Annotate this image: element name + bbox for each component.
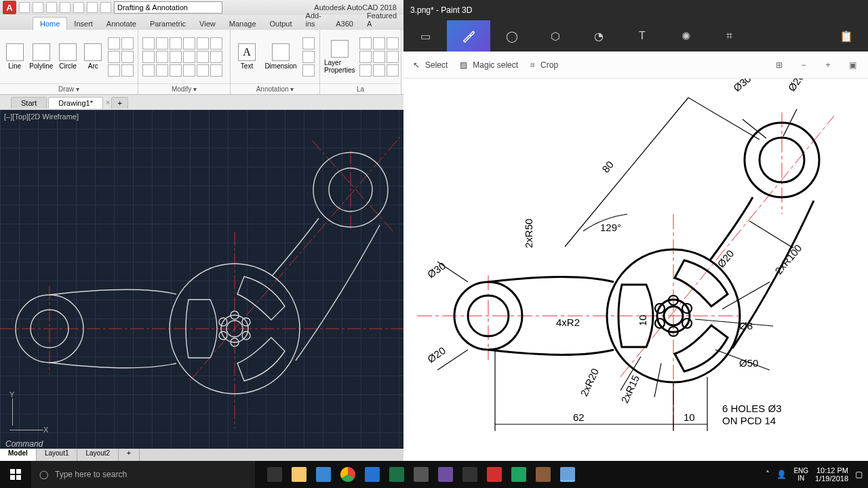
ribbon-tab-view[interactable]: View	[193, 18, 222, 30]
tab-close-icon[interactable]: ×	[106, 98, 110, 106]
photos-icon[interactable]	[458, 463, 481, 486]
draw-tool-icon[interactable]	[121, 37, 134, 49]
layer-tool-icon[interactable]	[373, 51, 385, 63]
annot-tool-icon[interactable]	[302, 37, 315, 49]
ribbon-tab-output[interactable]: Output	[263, 18, 299, 30]
dimension-button[interactable]: Dimension	[263, 43, 298, 70]
stretch-icon[interactable]	[170, 51, 182, 63]
ribbon-tab-addins[interactable]: Add-ins	[299, 9, 330, 30]
view3d-icon[interactable]: ▣	[846, 59, 859, 71]
layer-tool-icon[interactable]	[387, 51, 399, 63]
fillet-icon[interactable]	[142, 51, 155, 63]
copy-icon[interactable]	[197, 37, 209, 49]
explode-icon[interactable]	[156, 51, 168, 63]
annot-tool-icon[interactable]	[302, 64, 315, 77]
tab-start[interactable]: Start	[11, 97, 47, 108]
annot-tool-icon[interactable]	[302, 51, 315, 63]
tray-chevron-icon[interactable]: ˄	[766, 470, 770, 479]
app-icon[interactable]	[532, 463, 555, 486]
ribbon-tab-parametric[interactable]: Parametric	[143, 18, 193, 30]
layout-1[interactable]: Layout1	[37, 449, 78, 461]
layer-tool-icon[interactable]	[387, 64, 399, 77]
maps-icon[interactable]	[507, 463, 530, 486]
qat-undo-icon[interactable]	[87, 2, 98, 13]
draw-tool-icon[interactable]	[121, 64, 134, 77]
layer-tool-icon[interactable]	[359, 64, 372, 77]
start-button[interactable]	[0, 461, 31, 488]
scale-icon[interactable]	[183, 51, 195, 63]
tool-paste-icon[interactable]: 📋	[825, 20, 868, 52]
draw-tool-icon[interactable]	[108, 51, 120, 63]
edge-icon[interactable]	[361, 463, 384, 486]
excel-icon[interactable]	[385, 463, 408, 486]
tab-drawing1[interactable]: Drawing1*	[48, 97, 103, 108]
circle-button[interactable]: Circle	[57, 43, 78, 70]
notifications-icon[interactable]: ▢	[855, 470, 863, 479]
tool-brushes-icon[interactable]	[447, 20, 490, 52]
app-icon[interactable]	[434, 463, 457, 486]
qat-saveas-icon[interactable]	[60, 2, 71, 13]
modify-tool-icon[interactable]	[156, 64, 168, 77]
qat-plot-icon[interactable]	[73, 2, 84, 13]
draw-tool-icon[interactable]	[108, 64, 120, 77]
tool-text-icon[interactable]: T	[620, 20, 664, 52]
qat-redo-icon[interactable]	[100, 2, 111, 13]
modify-tool-icon[interactable]	[210, 64, 222, 77]
layout-model[interactable]: Model	[0, 449, 37, 461]
tab-new[interactable]: +	[111, 97, 127, 108]
layout-add[interactable]: +	[119, 449, 140, 461]
trim-icon[interactable]	[170, 37, 182, 49]
tool-stickers-icon[interactable]: ◔	[577, 20, 620, 52]
chrome-icon[interactable]	[336, 463, 359, 486]
layer-tool-icon[interactable]	[373, 64, 385, 77]
ribbon-tab-insert[interactable]: Insert	[67, 18, 100, 30]
tool-effects-icon[interactable]: ✺	[664, 20, 707, 52]
offset-icon[interactable]	[210, 51, 222, 63]
qat-new-icon[interactable]	[19, 2, 30, 13]
modify-tool-icon[interactable]	[197, 64, 209, 77]
tray-people-icon[interactable]: 👤	[776, 470, 787, 479]
modify-tool-icon[interactable]	[170, 64, 182, 77]
workspace-dropdown[interactable]: Drafting & Annotation	[114, 1, 222, 14]
grid-view-icon[interactable]: ⊞	[773, 59, 785, 71]
magic-select-button[interactable]: ▨Magic select	[460, 60, 518, 70]
select-button[interactable]: ↖Select	[413, 60, 448, 70]
paint3d-taskbar-icon[interactable]	[556, 463, 579, 486]
draw-tool-icon[interactable]	[108, 37, 120, 49]
ribbon-tab-a360[interactable]: A360	[329, 18, 360, 30]
text-button[interactable]: AText	[235, 43, 259, 70]
ribbon-tab-home[interactable]: Home	[33, 17, 67, 30]
layer-tool-icon[interactable]	[359, 37, 372, 49]
ribbon-tab-annotate[interactable]: Annotate	[100, 18, 143, 30]
model-viewport[interactable]: [–][Top][2D Wireframe]	[0, 110, 403, 461]
layer-tool-icon[interactable]	[387, 37, 399, 49]
layer-tool-icon[interactable]	[373, 37, 385, 49]
mirror-icon[interactable]	[210, 37, 222, 49]
layer-tool-icon[interactable]	[359, 51, 372, 63]
tool-canvas-icon[interactable]: ⌗	[707, 20, 751, 52]
ribbon-tab-manage[interactable]: Manage	[222, 18, 263, 30]
move-icon[interactable]	[142, 37, 155, 49]
autocad-taskbar-icon[interactable]	[483, 463, 506, 486]
line-button[interactable]: Line	[4, 43, 25, 70]
modify-tool-icon[interactable]	[183, 64, 195, 77]
zoom-in-icon[interactable]: +	[822, 59, 834, 71]
polyline-button[interactable]: Polyline	[29, 43, 53, 70]
task-view-icon[interactable]	[263, 463, 286, 486]
paint3d-canvas[interactable]: Ø30 Ø20 80 129° 2xR50 Ø30 Ø20 Ø20 2xR100…	[403, 79, 868, 461]
erase-icon[interactable]	[183, 37, 195, 49]
taskbar-search[interactable]: ◯ Type here to search	[31, 461, 255, 488]
draw-tool-icon[interactable]	[121, 51, 134, 63]
tool-expand-icon[interactable]: ▭	[403, 20, 447, 52]
rotate-icon[interactable]	[156, 37, 168, 49]
array-icon[interactable]	[197, 51, 209, 63]
calculator-icon[interactable]	[410, 463, 433, 486]
taskbar-clock[interactable]: 10:12 PM 1/19/2018	[815, 466, 848, 483]
tool-2d-icon[interactable]: ◯	[490, 20, 534, 52]
crop-button[interactable]: ⌗Crop	[530, 60, 558, 70]
language-indicator[interactable]: ENG IN	[793, 467, 808, 482]
zoom-out-icon[interactable]: −	[797, 59, 810, 71]
autocad-logo-icon[interactable]: A	[3, 1, 16, 14]
qat-open-icon[interactable]	[33, 2, 43, 13]
layer-properties-button[interactable]: Layer Properties	[324, 40, 355, 74]
